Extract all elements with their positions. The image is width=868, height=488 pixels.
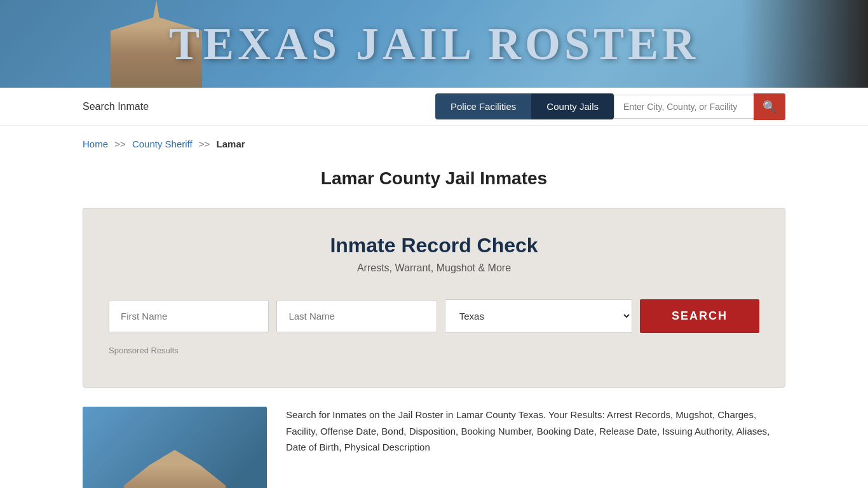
county-jails-button[interactable]: County Jails — [531, 93, 614, 119]
breadcrumb-county-sheriff[interactable]: County Sheriff — [132, 139, 193, 149]
police-facilities-button[interactable]: Police Facilities — [435, 93, 531, 119]
banner-title: Texas Jail Roster — [169, 18, 699, 71]
record-search-button[interactable]: SEARCH — [640, 299, 759, 333]
nav-right: Police Facilities County Jails 🔍 — [435, 93, 785, 120]
header-banner: Texas Jail Roster — [0, 0, 868, 88]
search-icon: 🔍 — [763, 100, 776, 114]
keys-decoration — [741, 0, 868, 88]
sponsored-label: Sponsored Results — [109, 346, 759, 355]
breadcrumb: Home >> County Sheriff >> Lamar — [0, 126, 868, 156]
breadcrumb-current: Lamar — [217, 139, 245, 149]
nav-bar: Search Inmate Police Facilities County J… — [0, 88, 868, 126]
record-check-title: Inmate Record Check — [109, 234, 759, 257]
record-check-form: Texas Alabama Alaska Arizona Arkansas Ca… — [109, 299, 759, 333]
breadcrumb-home[interactable]: Home — [83, 139, 108, 149]
record-check-box: Inmate Record Check Arrests, Warrant, Mu… — [83, 208, 785, 388]
first-name-input[interactable] — [109, 300, 269, 332]
facility-search-button[interactable]: 🔍 — [754, 93, 785, 120]
record-check-subtitle: Arrests, Warrant, Mugshot & More — [109, 262, 759, 274]
state-select[interactable]: Texas Alabama Alaska Arizona Arkansas Ca… — [445, 299, 632, 333]
county-description: Search for Inmates on the Jail Roster in… — [286, 407, 785, 456]
breadcrumb-sep2: >> — [199, 139, 210, 149]
breadcrumb-sep1: >> — [114, 139, 126, 149]
facility-search-input[interactable] — [614, 95, 754, 119]
building-decoration — [111, 445, 238, 488]
search-inmate-label: Search Inmate — [83, 101, 149, 112]
bottom-section: Search for Inmates on the Jail Roster in… — [0, 388, 868, 488]
last-name-input[interactable] — [276, 300, 437, 332]
county-image — [83, 407, 267, 488]
page-title: Lamar County Jail Inmates — [0, 168, 868, 189]
